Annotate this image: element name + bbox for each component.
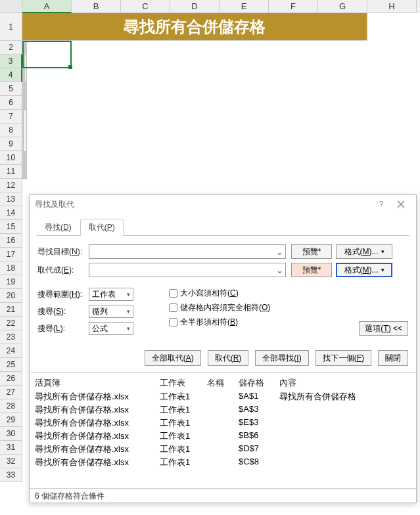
column-header-row: A B C D E F G H <box>0 0 420 13</box>
look-in-select[interactable]: 公式▾ <box>89 322 133 335</box>
find-all-button[interactable]: 全部尋找(I) <box>255 350 308 366</box>
row-head-11[interactable]: 11 <box>0 165 22 179</box>
col-head-A[interactable]: A <box>22 0 72 13</box>
result-row[interactable]: 尋找所有合併儲存格.xlsx工作表1$A$1尋找所有合併儲存格 <box>31 390 415 403</box>
close-icon[interactable] <box>391 196 411 212</box>
row-head-26[interactable]: 26 <box>0 372 22 386</box>
row-head-6[interactable]: 6 <box>0 96 22 110</box>
row-head-16[interactable]: 16 <box>0 234 22 248</box>
close-button[interactable]: 關閉 <box>378 350 408 366</box>
search-label: 搜尋(S): <box>37 306 89 317</box>
row-head-28[interactable]: 28 <box>0 399 22 413</box>
tab-replace[interactable]: 取代(P) <box>80 219 124 236</box>
col-head-G[interactable]: G <box>318 0 367 13</box>
results-header-name[interactable]: 名稱 <box>207 377 239 389</box>
match-entire-label: 儲存格內容須完全相符(O) <box>180 302 270 313</box>
find-what-input[interactable]: ⌄ <box>89 244 286 259</box>
find-preview-button[interactable]: 預覽* <box>291 244 332 259</box>
match-entire-checkbox[interactable] <box>169 303 177 312</box>
tab-find[interactable]: 尋找(D) <box>36 219 80 236</box>
row-head-13[interactable]: 13 <box>0 192 22 206</box>
row-head-5[interactable]: 5 <box>0 82 22 96</box>
row-head-3[interactable]: 3 <box>0 55 22 68</box>
row-head-24[interactable]: 24 <box>0 344 22 358</box>
row-head-7[interactable]: 7 <box>0 110 22 123</box>
row-head-33[interactable]: 33 <box>0 468 22 482</box>
row-head-1[interactable]: 1 <box>0 13 22 41</box>
dialog-status-bar: 6 個儲存格符合條件 <box>30 488 416 503</box>
row-head-15[interactable]: 15 <box>0 220 22 234</box>
look-in-label: 搜尋(L): <box>37 323 89 334</box>
row-head-30[interactable]: 30 <box>0 427 22 441</box>
results-header-content[interactable]: 內容 <box>279 377 411 389</box>
find-what-label: 尋找目標(N): <box>37 246 89 258</box>
row-head-29[interactable]: 29 <box>0 413 22 427</box>
results-header-worksheet[interactable]: 工作表 <box>160 377 207 389</box>
row-head-25[interactable]: 25 <box>0 358 22 372</box>
row-head-19[interactable]: 19 <box>0 275 22 289</box>
match-case-checkbox[interactable] <box>169 289 177 298</box>
match-width-label: 全半形須相符(B) <box>180 317 238 328</box>
col-head-E[interactable]: E <box>220 0 269 13</box>
match-width-checkbox[interactable] <box>169 318 177 326</box>
col-head-H[interactable]: H <box>367 0 417 13</box>
row-head-21[interactable]: 21 <box>0 303 22 317</box>
result-row[interactable]: 尋找所有合併儲存格.xlsx工作表1$E$3 <box>31 416 415 430</box>
row-header-col: 1 2 3 4 5 6 7 8 9 10 11 12 13 14 15 16 1… <box>0 13 22 482</box>
result-row[interactable]: 尋找所有合併儲存格.xlsx工作表1$C$8 <box>31 456 415 469</box>
find-next-button[interactable]: 找下一個(F) <box>315 350 371 366</box>
row-head-14[interactable]: 14 <box>0 206 22 220</box>
row-head-8[interactable]: 8 <box>0 123 22 137</box>
replace-with-input[interactable]: ⌄ <box>89 263 286 277</box>
results-list: 活頁簿 工作表 名稱 儲存格 內容 尋找所有合併儲存格.xlsx工作表1$A$1… <box>30 373 416 470</box>
col-head-C[interactable]: C <box>121 0 170 13</box>
replace-format-button[interactable]: 格式(M)...▾ <box>336 263 392 277</box>
replace-preview-button[interactable]: 預覽* <box>291 263 332 277</box>
active-cell-selection <box>22 41 72 68</box>
replace-all-button[interactable]: 全部取代(A) <box>145 350 201 366</box>
replace-with-label: 取代成(E): <box>37 265 89 276</box>
cells-table[interactable] <box>22 41 27 179</box>
row-head-4[interactable]: 4 <box>0 68 22 82</box>
col-head-F[interactable]: F <box>269 0 318 13</box>
result-row[interactable]: 尋找所有合併儲存格.xlsx工作表1$A$3 <box>31 403 415 416</box>
row-head-12[interactable]: 12 <box>0 179 22 192</box>
col-head-D[interactable]: D <box>170 0 220 13</box>
row-head-18[interactable]: 18 <box>0 261 22 275</box>
result-row[interactable]: 尋找所有合併儲存格.xlsx工作表1$D$7 <box>31 443 415 456</box>
row-head-27[interactable]: 27 <box>0 386 22 399</box>
help-icon[interactable]: ? <box>371 196 391 212</box>
banner-merged-cell[interactable]: 尋找所有合併儲存格 <box>22 13 367 41</box>
search-direction-select[interactable]: 循列▾ <box>89 305 133 318</box>
row-head-20[interactable]: 20 <box>0 289 22 303</box>
match-case-label: 大小寫須相符(C) <box>180 288 239 299</box>
row-head-9[interactable]: 9 <box>0 137 22 151</box>
replace-button[interactable]: 取代(R) <box>208 350 249 366</box>
within-label: 搜尋範圍(H): <box>37 289 89 300</box>
row-head-10[interactable]: 10 <box>0 151 22 165</box>
options-toggle-button[interactable]: 選項(T) << <box>359 321 408 336</box>
row-head-17[interactable]: 17 <box>0 248 22 261</box>
within-select[interactable]: 工作表▾ <box>89 288 133 301</box>
row-head-32[interactable]: 32 <box>0 455 22 468</box>
select-all-corner[interactable] <box>0 0 22 13</box>
results-header-cell[interactable]: 儲存格 <box>239 377 279 389</box>
dialog-tabs: 尋找(D) 取代(P) <box>36 219 409 236</box>
col-head-B[interactable]: B <box>72 0 121 13</box>
results-header-workbook[interactable]: 活頁簿 <box>35 377 160 389</box>
find-replace-dialog: 尋找及取代 ? 尋找(D) 取代(P) 尋找目標(N): ⌄ 預覽* 格式(M)… <box>29 194 417 503</box>
row-head-2[interactable]: 2 <box>0 41 22 55</box>
row-head-22[interactable]: 22 <box>0 317 22 330</box>
find-format-button[interactable]: 格式(M)...▾ <box>336 244 392 259</box>
result-row[interactable]: 尋找所有合併儲存格.xlsx工作表1$B$6 <box>31 430 415 443</box>
row-head-23[interactable]: 23 <box>0 330 22 344</box>
dialog-title: 尋找及取代 <box>35 199 74 210</box>
row-head-31[interactable]: 31 <box>0 441 22 455</box>
